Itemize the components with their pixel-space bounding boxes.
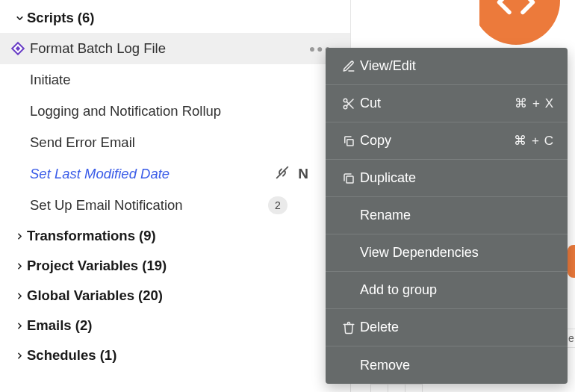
section-collapsed[interactable]: Global Variables (20) — [0, 281, 350, 311]
menu-cut[interactable]: Cut ⌘ + X — [326, 85, 568, 122]
bg-orange-circle — [479, 0, 569, 54]
section-label: Scripts (6) — [27, 10, 94, 26]
section-label: Schedules (1) — [27, 347, 116, 364]
chevron-right-icon — [12, 261, 27, 271]
unlinked-icon — [274, 164, 290, 184]
menu-label: View/Edit — [360, 58, 554, 74]
section-label: Global Variables (20) — [27, 287, 163, 304]
menu-shortcut: ⌘ + X — [515, 96, 554, 111]
menu-label: Remove — [360, 358, 554, 373]
menu-copy[interactable]: Copy ⌘ + C — [326, 122, 568, 160]
tree-item[interactable]: Initiate — [0, 64, 350, 96]
tree-item-unlinked[interactable]: Set Last Modified Date N — [0, 158, 350, 190]
bg-orange-peek — [568, 245, 575, 278]
chevron-right-icon — [12, 321, 27, 331]
bg-mini-cells — [370, 384, 422, 392]
svg-line-2 — [277, 167, 288, 178]
section-label: Emails (2) — [27, 317, 92, 334]
blank-icon — [338, 209, 360, 223]
tree-item-label: Initiate — [30, 72, 350, 88]
menu-label: Cut — [360, 96, 515, 111]
pencil-icon — [338, 60, 360, 73]
chevron-right-icon — [12, 351, 27, 361]
tree-panel: Scripts (6) Format Batch Log File ●●● In… — [0, 0, 351, 392]
tree-item-label: Format Batch Log File — [30, 40, 350, 57]
section-collapsed[interactable]: Schedules (1) — [0, 340, 350, 370]
tree-item-selected[interactable]: Format Batch Log File ●●● — [0, 33, 350, 64]
menu-rename[interactable]: Rename — [326, 197, 568, 234]
tree-item[interactable]: Logging and Notification Rollup — [0, 96, 350, 127]
section-collapsed[interactable]: Transformations (9) — [0, 221, 350, 251]
menu-label: Rename — [360, 208, 554, 223]
section-label: Project Variables (19) — [27, 258, 167, 274]
menu-label: Delete — [360, 320, 554, 335]
copy-icon — [338, 134, 360, 148]
tree-item-label: Send Error Email — [30, 134, 350, 151]
section-collapsed[interactable]: Emails (2) — [0, 311, 350, 340]
duplicate-icon — [338, 172, 360, 185]
menu-delete[interactable]: Delete — [326, 309, 568, 346]
tree-item-label: Logging and Notification Rollup — [30, 103, 350, 119]
count-badge: 2 — [268, 196, 288, 214]
menu-label: Copy — [360, 133, 514, 149]
notes-indicator: N — [298, 166, 308, 182]
menu-view-edit[interactable]: View/Edit — [326, 48, 568, 85]
menu-remove[interactable]: Remove — [326, 346, 568, 384]
blank-icon — [338, 358, 360, 372]
tree-item-label: Set Up Email Notification — [30, 197, 350, 214]
menu-add-group[interactable]: Add to group — [326, 272, 568, 309]
chevron-right-icon — [12, 291, 27, 301]
menu-shortcut: ⌘ + C — [514, 133, 554, 149]
section-scripts[interactable]: Scripts (6) — [0, 3, 350, 33]
script-icon — [6, 40, 30, 57]
menu-label: Duplicate — [360, 170, 554, 186]
section-label: Transformations (9) — [27, 228, 156, 244]
menu-duplicate[interactable]: Duplicate — [326, 160, 568, 197]
section-collapsed[interactable]: Project Variables (19) — [0, 251, 350, 281]
scissors-icon — [338, 97, 360, 111]
context-menu: View/Edit Cut ⌘ + X Copy ⌘ + C Duplicate… — [326, 48, 568, 384]
tree-item[interactable]: Set Up Email Notification 2 — [0, 190, 350, 221]
code-icon — [496, 0, 536, 26]
blank-icon — [338, 246, 360, 260]
menu-view-deps[interactable]: View Dependencies — [326, 234, 568, 272]
menu-label: Add to group — [360, 282, 554, 298]
chevron-right-icon — [12, 231, 27, 241]
chevron-down-icon — [12, 13, 27, 23]
menu-label: View Dependencies — [360, 245, 554, 261]
svg-rect-7 — [347, 139, 353, 145]
tree-item[interactable]: Send Error Email — [0, 127, 350, 158]
trash-icon — [338, 321, 360, 335]
svg-rect-8 — [346, 176, 353, 183]
blank-icon — [338, 284, 360, 297]
